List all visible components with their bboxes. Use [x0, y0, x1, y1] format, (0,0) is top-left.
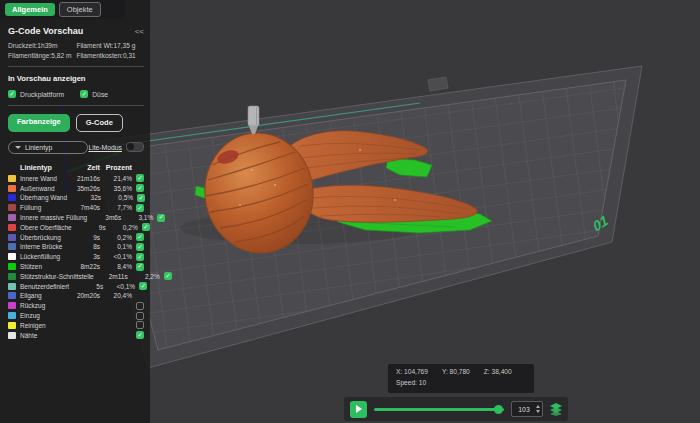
line-type-visibility-checkbox[interactable]: [136, 321, 144, 329]
table-row[interactable]: Benutzerdefiniert 5s <0,1%: [8, 281, 144, 291]
step-value: 103: [512, 406, 536, 413]
spinner-up-icon: [536, 405, 540, 408]
readout-x: X: 104,769: [396, 368, 428, 375]
line-type-label: Benutzerdefiniert: [20, 283, 69, 290]
line-type-visibility-checkbox[interactable]: [136, 312, 144, 320]
stat-item: Druckzeit:1h39m: [8, 42, 72, 49]
line-type-table: Innere Wand 21m16s 21,4% Außenwand 35m26…: [8, 174, 144, 341]
option-label: Düse: [92, 91, 108, 98]
divider: [8, 66, 144, 67]
option-label: Druckplattform: [20, 91, 64, 98]
line-type-label: Innere Wand: [20, 175, 66, 182]
table-row[interactable]: Überbrückung 9s 0,2%: [8, 232, 144, 242]
line-type-label: Außenwand: [20, 185, 66, 192]
line-type-color-swatch: [8, 224, 16, 231]
table-row[interactable]: Innere massive Füllung 3m6s 3,1%: [8, 213, 144, 223]
print-stats: Druckzeit:1h39mFilament Wt:17,35 gFilame…: [8, 42, 144, 59]
line-type-percent: 0,5%: [101, 194, 133, 201]
lite-mode-label: Lite-Modus: [88, 144, 122, 151]
line-type-label: Stützen: [20, 263, 66, 270]
line-type-table-header: Linientyp Zeit Prozent: [8, 163, 144, 172]
line-type-visibility-checkbox[interactable]: [136, 263, 144, 271]
stat-item: Filament Wt:17,35 g: [76, 42, 144, 49]
preview-panel: G-Code Vorschau << Druckzeit:1h39mFilame…: [0, 0, 150, 423]
line-type-label: Reinigen: [20, 322, 66, 329]
lite-mode-toggle[interactable]: [126, 142, 144, 152]
preview-option[interactable]: Düse: [80, 90, 108, 98]
line-type-visibility-checkbox[interactable]: [136, 233, 144, 241]
panel-tabbar: Allgemein Objekte: [0, 0, 125, 19]
line-type-time: 35m26s: [66, 185, 100, 192]
line-type-time: 32s: [67, 194, 101, 201]
line-type-label: Überhang Wand: [20, 194, 67, 201]
line-type-percent: 20,4%: [100, 292, 132, 299]
line-type-color-swatch: [8, 332, 16, 339]
line-type-time: 5s: [69, 283, 103, 290]
gcode-view-button[interactable]: G-Code: [76, 114, 123, 132]
collapse-panel-icon[interactable]: <<: [135, 27, 144, 36]
readout-z: Z: 38,400: [484, 368, 512, 375]
line-type-label: Lückenfüllung: [20, 253, 66, 260]
table-row[interactable]: Außenwand 35m26s 35,6%: [8, 183, 144, 193]
app-window: 01: [0, 0, 700, 423]
line-type-visibility-checkbox[interactable]: [157, 214, 165, 222]
line-type-time: 8s: [66, 243, 100, 250]
line-type-visibility-checkbox[interactable]: [136, 253, 144, 261]
table-row[interactable]: Einzug: [8, 311, 144, 321]
line-type-percent: 0,2%: [100, 234, 132, 241]
line-type-color-swatch: [8, 302, 16, 309]
tab-objekte[interactable]: Objekte: [59, 2, 101, 18]
line-type-percent: 8,4%: [100, 263, 132, 270]
number-spinner[interactable]: [536, 405, 542, 413]
line-type-visibility-checkbox[interactable]: [136, 204, 144, 212]
layers-mode-button[interactable]: [550, 402, 562, 416]
line-type-visibility-checkbox[interactable]: [137, 194, 145, 202]
panel-title: G-Code Vorschau: [8, 26, 83, 36]
table-row[interactable]: Füllung 7m40s 7,7%: [8, 203, 144, 213]
table-row[interactable]: Eilgang 20m20s 20,4%: [8, 291, 144, 301]
readout-y: Y: 80,780: [442, 368, 470, 375]
line-type-label: Obere Oberfläche: [20, 224, 72, 231]
line-type-color-swatch: [8, 185, 16, 192]
table-row[interactable]: Stützen 8m22s 8,4%: [8, 262, 144, 272]
line-type-label: Rückzug: [20, 302, 66, 309]
slider-handle[interactable]: [494, 405, 503, 414]
step-number-input[interactable]: 103: [511, 401, 543, 417]
table-row[interactable]: Stützstruktur-Schnittstelle 2m11s 2,2%: [8, 271, 144, 281]
tab-allgemein[interactable]: Allgemein: [5, 3, 55, 17]
table-row[interactable]: Interne Brücke 8s 0,1%: [8, 242, 144, 252]
line-type-color-swatch: [8, 283, 16, 290]
line-type-visibility-checkbox[interactable]: [136, 302, 144, 310]
line-type-visibility-checkbox[interactable]: [164, 272, 172, 280]
line-type-visibility-checkbox[interactable]: [136, 243, 144, 251]
table-row[interactable]: Obere Oberfläche 9s 0,2%: [8, 222, 144, 232]
plate-tab: [428, 77, 448, 91]
table-row[interactable]: Nähte: [8, 330, 144, 340]
line-type-color-swatch: [8, 253, 16, 260]
line-type-dropdown[interactable]: Linientyp: [8, 141, 88, 154]
line-type-label: Interne Brücke: [20, 243, 66, 250]
table-row[interactable]: Innere Wand 21m16s 21,4%: [8, 174, 144, 184]
line-type-percent: 35,6%: [100, 185, 132, 192]
line-type-visibility-checkbox[interactable]: [136, 184, 144, 192]
table-row[interactable]: Überhang Wand 32s 0,5%: [8, 193, 144, 203]
preview-option[interactable]: Druckplattform: [8, 90, 64, 98]
table-row[interactable]: Rückzug: [8, 301, 144, 311]
line-type-visibility-checkbox[interactable]: [136, 331, 144, 339]
color-scheme-button[interactable]: Farbanzeige: [8, 114, 70, 132]
table-row[interactable]: Lückenfüllung 3s <0,1%: [8, 252, 144, 262]
line-type-visibility-checkbox[interactable]: [142, 223, 150, 231]
line-type-label: Füllung: [20, 204, 66, 211]
table-row[interactable]: Reinigen: [8, 320, 144, 330]
line-type-visibility-checkbox[interactable]: [136, 174, 144, 182]
progress-slider[interactable]: [374, 404, 504, 414]
line-type-visibility-checkbox[interactable]: [139, 282, 147, 290]
line-type-color-swatch: [8, 322, 16, 329]
option-checkbox[interactable]: [8, 90, 16, 98]
option-checkbox[interactable]: [80, 90, 88, 98]
play-button[interactable]: [350, 401, 367, 418]
layers-icon: [550, 403, 562, 416]
play-icon: [356, 405, 362, 413]
line-type-percent: 7,7%: [100, 204, 132, 211]
line-type-time: 3s: [66, 253, 100, 260]
